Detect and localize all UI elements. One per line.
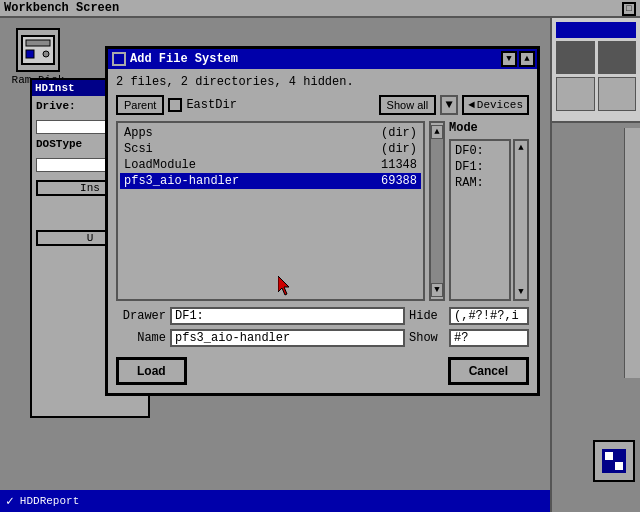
ram-disk-img bbox=[16, 28, 60, 72]
drawer-input[interactable] bbox=[170, 307, 405, 325]
name-row: Name Show bbox=[116, 329, 529, 347]
dialog-close-button[interactable] bbox=[112, 52, 126, 66]
load-button[interactable]: Load bbox=[116, 357, 187, 385]
show-input[interactable] bbox=[449, 329, 529, 347]
drawer-label: Drawer bbox=[116, 309, 166, 323]
workbench-title: Workbench Screen bbox=[4, 1, 119, 15]
file-list-container: Apps (dir) Scsi (dir) LoadModule 11348 bbox=[116, 121, 529, 301]
file-list-scrollbar[interactable]: ▲ ▼ bbox=[429, 121, 445, 301]
file-list: Apps (dir) Scsi (dir) LoadModule 11348 bbox=[116, 121, 425, 301]
desktop: Ram Disk HDInst Drive: DOSType Ins U bbox=[0, 18, 640, 512]
mode-list: DF0: DF1: RAM: bbox=[449, 139, 511, 301]
svg-rect-6 bbox=[615, 462, 623, 470]
svg-point-3 bbox=[43, 51, 49, 57]
mode-scroll-down[interactable]: ▼ bbox=[516, 285, 525, 299]
mode-list-item-df1[interactable]: DF1: bbox=[453, 159, 507, 175]
hddreport-bar: ✓ HDDReport bbox=[0, 490, 550, 512]
drawer-row: Drawer Hide bbox=[116, 307, 529, 325]
mode-panel: Mode DF0: DF1: RAM: ▲ ▼ bbox=[449, 121, 529, 301]
file-item-apps[interactable]: Apps (dir) bbox=[120, 125, 421, 141]
workbench-titlebar: Workbench Screen □ bbox=[0, 0, 640, 18]
name-label: Name bbox=[116, 331, 166, 345]
right-scrollbar[interactable] bbox=[624, 128, 640, 378]
dialog-body: 2 files, 2 directories, 4 hidden. Parent… bbox=[108, 69, 537, 393]
mode-label: Mode bbox=[449, 121, 529, 135]
right-panel bbox=[550, 18, 640, 512]
add-file-system-dialog: Add File System ▼ ▲ 2 files, 2 directori… bbox=[105, 46, 540, 396]
svg-rect-2 bbox=[26, 50, 34, 58]
mode-scroll-up[interactable]: ▲ bbox=[516, 141, 525, 155]
svg-rect-1 bbox=[26, 40, 50, 46]
hide-label: Hide bbox=[409, 309, 445, 323]
mode-list-item-ram[interactable]: RAM: bbox=[453, 175, 507, 191]
devices-dropdown-arrow: ◄ bbox=[468, 99, 475, 111]
file-item-pfs3[interactable]: pfs3_aio-handler 69388 bbox=[120, 173, 421, 189]
file-list-inner: Apps (dir) Scsi (dir) LoadModule 11348 bbox=[118, 123, 423, 191]
file-list-scroll-down[interactable]: ▼ bbox=[431, 283, 443, 297]
hdinst-title: HDInst bbox=[35, 82, 75, 94]
hide-input[interactable] bbox=[449, 307, 529, 325]
file-list-scroll-up[interactable]: ▲ bbox=[431, 125, 443, 139]
fields-section: Drawer Hide Name Show bbox=[116, 307, 529, 347]
mode-list-item-df0[interactable]: DF0: bbox=[453, 143, 507, 159]
name-input[interactable] bbox=[170, 329, 405, 347]
dialog-controls-row: Parent EastDir Show all ▼ ◄ Devices bbox=[116, 95, 529, 115]
file-list-scroll-track bbox=[431, 139, 443, 283]
hddreport-check: ✓ bbox=[6, 493, 14, 509]
dialog-info-text: 2 files, 2 directories, 4 hidden. bbox=[116, 75, 529, 89]
devices-label: Devices bbox=[477, 99, 523, 111]
svg-rect-5 bbox=[605, 452, 613, 460]
parent-button[interactable]: Parent bbox=[116, 95, 164, 115]
devices-dropdown[interactable]: ◄ Devices bbox=[462, 95, 529, 115]
eastdir-label: EastDir bbox=[186, 98, 236, 112]
dialog-titlebar-buttons: ▼ ▲ bbox=[501, 51, 535, 67]
bottom-right-icon[interactable] bbox=[593, 440, 635, 482]
dialog-maximize-button[interactable]: ▲ bbox=[519, 51, 535, 67]
dialog-titlebar: Add File System ▼ ▲ bbox=[108, 49, 537, 69]
eastdir-checkbox[interactable] bbox=[168, 98, 182, 112]
show-all-button[interactable]: Show all bbox=[379, 95, 437, 115]
show-label: Show bbox=[409, 331, 445, 345]
mode-scrollbar[interactable]: ▲ ▼ bbox=[513, 139, 529, 301]
dialog-title: Add File System bbox=[130, 52, 238, 66]
right-panel-top bbox=[552, 18, 640, 123]
dialog-minimize-button[interactable]: ▼ bbox=[501, 51, 517, 67]
workbench-close-button[interactable]: □ bbox=[622, 2, 636, 16]
file-item-loadmodule[interactable]: LoadModule 11348 bbox=[120, 157, 421, 173]
dialog-footer: Load Cancel bbox=[116, 353, 529, 387]
hddreport-label: HDDReport bbox=[20, 495, 79, 507]
file-item-scsi[interactable]: Scsi (dir) bbox=[120, 141, 421, 157]
cancel-button[interactable]: Cancel bbox=[448, 357, 529, 385]
show-all-dropdown-arrow[interactable]: ▼ bbox=[440, 95, 458, 115]
